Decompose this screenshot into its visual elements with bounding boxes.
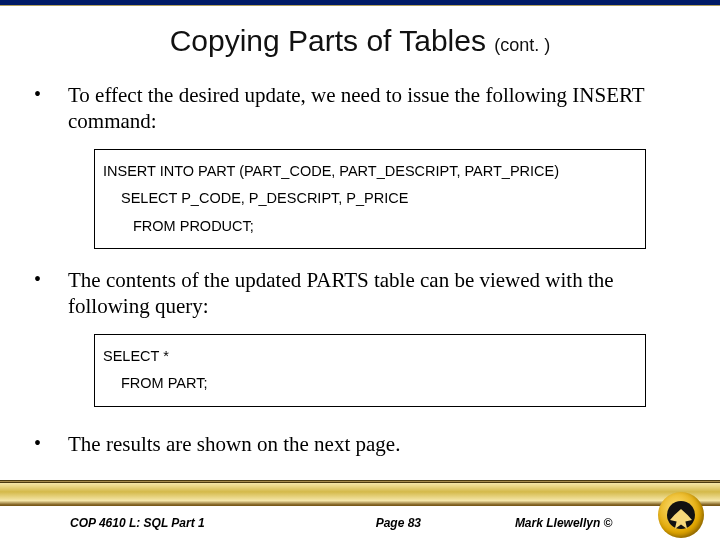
code-line: FROM PART; xyxy=(103,370,637,398)
pegasus-icon xyxy=(670,509,692,529)
footer-page: Page 83 xyxy=(302,516,495,530)
code-line: INSERT INTO PART (PART_CODE, PART_DESCRI… xyxy=(103,158,637,186)
code-line: FROM PRODUCT; xyxy=(103,213,637,241)
bullet-marker: • xyxy=(34,267,68,292)
code-block-insert: INSERT INTO PART (PART_CODE, PART_DESCRI… xyxy=(94,149,646,250)
code-line: SELECT P_CODE, P_DESCRIPT, P_PRICE xyxy=(103,185,637,213)
slide-title: Copying Parts of Tables (cont. ) xyxy=(34,24,686,58)
gold-divider-bar xyxy=(0,480,720,506)
bullet-marker: • xyxy=(34,431,68,456)
bullet-2: • The contents of the updated PARTS tabl… xyxy=(34,267,686,320)
bullet-3: • The results are shown on the next page… xyxy=(34,431,686,457)
title-cont: (cont. ) xyxy=(494,35,550,55)
bullet-2-text: The contents of the updated PARTS table … xyxy=(68,267,686,320)
bullet-1: • To effect the desired update, we need … xyxy=(34,82,686,135)
slide-footer: COP 4610 L: SQL Part 1 Page 83 Mark Llew… xyxy=(0,506,720,540)
code-block-select: SELECT * FROM PART; xyxy=(94,334,646,407)
title-main: Copying Parts of Tables xyxy=(170,24,495,57)
code-line: SELECT * xyxy=(103,343,637,371)
footer-course: COP 4610 L: SQL Part 1 xyxy=(70,516,302,530)
bullet-marker: • xyxy=(34,82,68,107)
footer-wrap: COP 4610 L: SQL Part 1 Page 83 Mark Llew… xyxy=(0,480,720,540)
ucf-pegasus-logo xyxy=(658,492,704,538)
bullet-3-text: The results are shown on the next page. xyxy=(68,431,400,457)
slide-body: Copying Parts of Tables (cont. ) • To ef… xyxy=(0,6,720,457)
bullet-1-text: To effect the desired update, we need to… xyxy=(68,82,686,135)
